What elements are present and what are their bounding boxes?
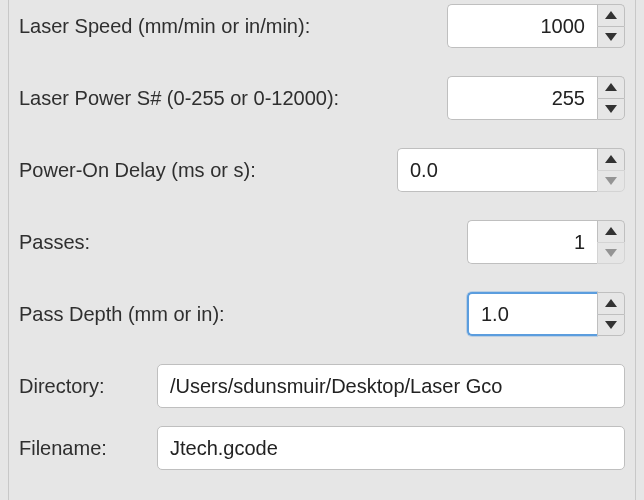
chevron-up-icon [605,83,617,91]
directory-input[interactable] [157,364,625,408]
chevron-up-icon [605,227,617,235]
directory-label: Directory: [19,375,149,398]
laser-power-step-down[interactable] [597,98,625,121]
laser-power-spinner[interactable] [447,76,625,120]
laser-speed-label: Laser Speed (mm/min or in/min): [19,15,310,38]
pass-depth-input[interactable] [467,292,597,336]
filename-input[interactable] [157,426,625,470]
power-on-delay-input[interactable] [397,148,597,192]
pass-depth-spinner[interactable] [467,292,625,336]
row-passes: Passes: [19,220,625,264]
chevron-up-icon [605,11,617,19]
row-directory: Directory: [19,364,625,408]
laser-power-step-up[interactable] [597,76,625,98]
row-laser-power: Laser Power S# (0-255 or 0-12000): [19,76,625,120]
power-on-delay-step-down [597,170,625,193]
laser-speed-spinner[interactable] [447,4,625,48]
power-on-delay-label: Power-On Delay (ms or s): [19,159,256,182]
chevron-down-icon [605,105,617,113]
passes-spinner[interactable] [467,220,625,264]
passes-step-down [597,242,625,265]
chevron-down-icon [605,33,617,41]
passes-step-up[interactable] [597,220,625,242]
power-on-delay-step-up[interactable] [597,148,625,170]
laser-power-label: Laser Power S# (0-255 or 0-12000): [19,87,339,110]
passes-input[interactable] [467,220,597,264]
filename-label: Filename: [19,437,149,460]
pass-depth-step-up[interactable] [597,292,625,314]
pass-depth-label: Pass Depth (mm or in): [19,303,225,326]
settings-panel: Laser Speed (mm/min or in/min): Laser Po… [8,0,636,500]
chevron-down-icon [605,249,617,257]
chevron-up-icon [605,155,617,163]
row-laser-speed: Laser Speed (mm/min or in/min): [19,0,625,48]
row-power-on-delay: Power-On Delay (ms or s): [19,148,625,192]
passes-label: Passes: [19,231,90,254]
laser-speed-step-up[interactable] [597,4,625,26]
laser-speed-step-down[interactable] [597,26,625,49]
pass-depth-step-down[interactable] [597,314,625,337]
power-on-delay-spinner[interactable] [397,148,625,192]
chevron-up-icon [605,299,617,307]
row-filename: Filename: [19,426,625,470]
chevron-down-icon [605,177,617,185]
laser-power-input[interactable] [447,76,597,120]
chevron-down-icon [605,321,617,329]
laser-speed-input[interactable] [447,4,597,48]
row-pass-depth: Pass Depth (mm or in): [19,292,625,336]
